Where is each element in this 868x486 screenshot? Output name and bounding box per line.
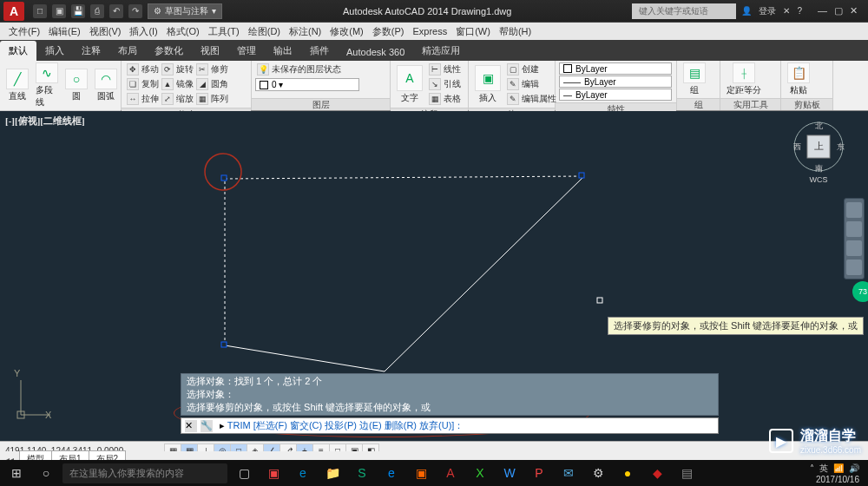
help-icon[interactable]: ? bbox=[797, 6, 802, 16]
tb-app[interactable]: S bbox=[349, 463, 375, 483]
cmd-close-icon[interactable]: ✕ bbox=[185, 420, 197, 432]
workspace-selector[interactable]: ⚙ 草图与注释 ▾ bbox=[148, 3, 222, 19]
minimize-button[interactable]: — bbox=[818, 5, 827, 16]
taskbar-search[interactable]: 在这里输入你要搜索的内容 bbox=[62, 463, 227, 483]
nav-orbit-icon[interactable] bbox=[846, 259, 862, 275]
tool-measure[interactable]: ⟊定距等分 bbox=[724, 62, 764, 96]
tray-network-icon[interactable]: 📶 bbox=[833, 463, 844, 473]
menu-express[interactable]: Express bbox=[409, 24, 450, 38]
wcs-label[interactable]: WCS bbox=[792, 175, 845, 184]
linetype-selector[interactable]: — ByLayer bbox=[559, 89, 672, 101]
qat-print[interactable]: ⎙ bbox=[90, 4, 104, 18]
menu-param[interactable]: 参数(P) bbox=[369, 23, 408, 40]
tool-insert-block[interactable]: ▣插入 bbox=[472, 65, 503, 104]
svg-rect-1 bbox=[579, 173, 584, 178]
menu-window[interactable]: 窗口(W) bbox=[452, 23, 494, 40]
tool-line[interactable]: ╱直线 bbox=[3, 69, 31, 102]
close-button[interactable]: ✕ bbox=[850, 5, 858, 16]
menu-dim[interactable]: 标注(N) bbox=[286, 23, 325, 40]
clock-date[interactable]: 2017/10/16 bbox=[816, 475, 859, 484]
menu-insert[interactable]: 插入(I) bbox=[126, 23, 161, 40]
qat-undo[interactable]: ↶ bbox=[109, 4, 123, 18]
tool-circle[interactable]: ○圆 bbox=[62, 69, 90, 102]
menu-draw[interactable]: 绘图(D) bbox=[245, 23, 284, 40]
tab-insert[interactable]: 插入 bbox=[36, 41, 73, 61]
tb-app[interactable]: ✉ bbox=[556, 463, 582, 483]
nav-zoom-icon[interactable] bbox=[846, 240, 862, 256]
layer-selector[interactable]: 0 ▾ bbox=[255, 78, 359, 91]
tb-app[interactable]: ⚙ bbox=[585, 463, 611, 483]
tab-annotate[interactable]: 注释 bbox=[73, 41, 109, 61]
navigation-bar[interactable] bbox=[844, 198, 865, 279]
search-input[interactable]: 键入关键字或短语 bbox=[632, 3, 736, 19]
tab-view[interactable]: 视图 bbox=[192, 41, 228, 61]
tray-up-icon[interactable]: ˄ bbox=[810, 463, 814, 473]
tool-copy[interactable]: ❏复制 ▲镜像 ◢圆角 bbox=[125, 77, 230, 91]
menu-file[interactable]: 文件(F) bbox=[5, 23, 43, 40]
tool-group[interactable]: ▤组 bbox=[681, 62, 708, 96]
color-selector[interactable]: ByLayer bbox=[559, 62, 672, 75]
menu-modify[interactable]: 修改(M) bbox=[326, 23, 367, 40]
tab-manage[interactable]: 管理 bbox=[228, 41, 265, 61]
svg-text:北: 北 bbox=[815, 122, 823, 130]
start-button[interactable]: ⊞ bbox=[3, 463, 30, 483]
tool-move[interactable]: ✥移动 ⟳旋转 ✂修剪 bbox=[125, 62, 230, 76]
nav-wheel-icon[interactable] bbox=[846, 202, 862, 218]
tool-editattr[interactable]: ✎编辑属性 bbox=[505, 92, 558, 106]
tool-polyline[interactable]: ∿多段线 bbox=[33, 62, 61, 108]
menu-tools[interactable]: 工具(T) bbox=[205, 23, 243, 40]
signin-link[interactable]: 登录 bbox=[759, 5, 776, 17]
tool-stretch[interactable]: ↔拉伸 ⤢缩放 ▦阵列 bbox=[125, 92, 230, 106]
menu-edit[interactable]: 编辑(E) bbox=[45, 23, 84, 40]
qat-redo[interactable]: ↷ bbox=[128, 4, 142, 18]
tool-create-block[interactable]: ▢创建 bbox=[505, 62, 558, 76]
tb-app[interactable]: A bbox=[437, 463, 464, 483]
tab-a360[interactable]: Autodesk 360 bbox=[338, 43, 413, 61]
lineweight-selector[interactable]: —— ByLayer bbox=[559, 76, 672, 88]
tray-volume-icon[interactable]: 🔊 bbox=[849, 463, 859, 473]
tool-leader[interactable]: ↘引线 bbox=[427, 77, 463, 91]
tab-plugins[interactable]: 插件 bbox=[301, 41, 338, 61]
tool-arc[interactable]: ◠圆弧 bbox=[92, 69, 120, 102]
command-line[interactable]: ✕ 🔧 ▸ TRIM [栏选(F) 窗交(C) 投影(P) 边(E) 删除(R)… bbox=[181, 417, 719, 434]
tab-output[interactable]: 输出 bbox=[265, 41, 301, 61]
maximize-button[interactable]: ▢ bbox=[834, 5, 843, 16]
tab-featured[interactable]: 精选应用 bbox=[413, 41, 469, 61]
cmd-wrench-icon[interactable]: 🔧 bbox=[201, 420, 213, 432]
tb-app[interactable]: P bbox=[526, 463, 552, 483]
tab-layout[interactable]: 布局 bbox=[109, 41, 146, 61]
tb-app[interactable]: W bbox=[496, 463, 523, 483]
tb-app[interactable]: ▣ bbox=[260, 463, 286, 483]
tool-text[interactable]: A文字 bbox=[394, 65, 425, 104]
tab-default[interactable]: 默认 bbox=[0, 41, 36, 61]
tool-table[interactable]: ▦表格 bbox=[427, 92, 463, 106]
tool-linear[interactable]: ⊢线性 bbox=[427, 62, 463, 76]
tb-app[interactable]: e bbox=[290, 463, 316, 483]
exchange-icon[interactable]: ✕ bbox=[783, 6, 790, 16]
menu-format[interactable]: 格式(O) bbox=[163, 23, 203, 40]
tb-app[interactable]: 📁 bbox=[319, 463, 345, 483]
layer-state[interactable]: 💡未保存的图层状态 bbox=[255, 62, 343, 76]
qat-save[interactable]: 💾 bbox=[71, 4, 85, 18]
cortana-icon[interactable]: ○ bbox=[33, 463, 59, 483]
nav-pan-icon[interactable] bbox=[846, 221, 862, 237]
tb-app[interactable]: e bbox=[378, 463, 404, 483]
tray-ime[interactable]: 英 bbox=[819, 463, 828, 475]
app-logo[interactable]: A bbox=[3, 2, 24, 21]
taskview-icon[interactable]: ▢ bbox=[231, 463, 257, 483]
qat-open[interactable]: ▣ bbox=[52, 4, 66, 18]
tb-app[interactable]: X bbox=[467, 463, 493, 483]
tb-app[interactable]: ▣ bbox=[408, 463, 434, 483]
menu-help[interactable]: 帮助(H) bbox=[496, 23, 535, 40]
menu-view[interactable]: 视图(V) bbox=[86, 23, 125, 40]
viewcube[interactable]: 上 北 南 西 东 WCS bbox=[792, 120, 845, 174]
tb-app[interactable]: ● bbox=[615, 463, 641, 483]
notification-badge[interactable]: 73 bbox=[852, 281, 868, 302]
tool-paste[interactable]: 📋粘贴 bbox=[785, 62, 812, 96]
tb-app[interactable]: ▤ bbox=[674, 463, 700, 483]
tb-app[interactable]: ◆ bbox=[644, 463, 670, 483]
qat-new[interactable]: □ bbox=[33, 4, 47, 18]
drawing-canvas[interactable]: [-][俯视][二维线框] Y X 上 北 南 西 东 bbox=[0, 111, 868, 441]
tool-edit-block[interactable]: ✎编辑 bbox=[505, 77, 558, 91]
tab-parametric[interactable]: 参数化 bbox=[146, 41, 192, 61]
